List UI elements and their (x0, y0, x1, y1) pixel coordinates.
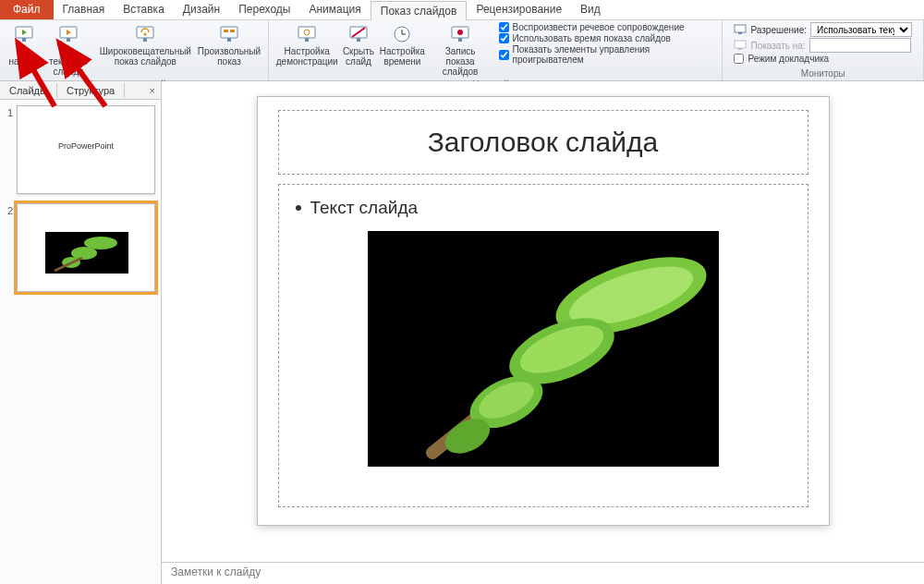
setup-checkboxes: Воспроизвести речевое сопровождение Испо… (493, 22, 717, 65)
chk-timings[interactable]: Использовать время показа слайдов (499, 33, 711, 43)
btn-record[interactable]: Запись показа слайдов (428, 22, 493, 79)
chk-narration-label: Воспроизвести речевое сопровождение (513, 22, 685, 32)
tab-design[interactable]: Дизайн (174, 0, 229, 19)
slide-thumbnail-2[interactable] (17, 203, 155, 292)
show-on-select (809, 38, 911, 53)
show-on-label: Показать на: (750, 41, 805, 51)
btn-broadcast[interactable]: Широковещательный показ слайдов (94, 22, 196, 68)
tab-file[interactable]: Файл (0, 0, 54, 19)
show-on-row: Показать на: (734, 38, 912, 53)
body-text: Текст слайда (310, 198, 419, 218)
slide-thumbnail-1[interactable]: ProPowerPoint (17, 105, 155, 194)
resolution-row: Разрешение: Использовать текущ… (734, 22, 912, 37)
btn-from-beginning[interactable]: С начала (6, 22, 43, 68)
btn-record-label: Запись показа слайдов (432, 46, 490, 77)
notes-pane[interactable]: Заметки к слайду (162, 562, 924, 584)
resolution-select[interactable]: Использовать текущ… (810, 22, 912, 37)
canvas-scroll[interactable]: Заголовок слайда Текст слайда (162, 81, 924, 562)
btn-rehearse[interactable]: Настройка времени (377, 22, 427, 68)
btn-rehearse-label: Настройка времени (380, 46, 425, 67)
chk-presenter[interactable]: Режим докладчика (734, 54, 912, 64)
btn-custom-show[interactable]: Произвольный показ (196, 22, 261, 68)
ribbon-group-setup: Настройка демонстрации Скрыть слайд Наст… (269, 20, 723, 80)
tab-transitions[interactable]: Переходы (229, 0, 299, 19)
svg-rect-9 (221, 27, 237, 38)
svg-rect-10 (224, 30, 228, 32)
btn-from-current[interactable]: С текущего слайда (43, 22, 94, 79)
slide-image[interactable] (368, 231, 719, 467)
slide-panel-tabs: Слайды Структура × (0, 81, 161, 100)
ribbon: С начала С текущего слайда Широковещател… (0, 20, 924, 81)
chk-timings-box[interactable] (499, 33, 509, 43)
group-monitors-title: Мониторы (728, 67, 918, 80)
svg-rect-5 (67, 38, 70, 42)
menu-tabs: Файл Главная Вставка Дизайн Переходы Ани… (0, 0, 924, 20)
thumb1-title: ProPowerPoint (18, 141, 154, 151)
tab-view[interactable]: Вид (571, 0, 610, 19)
projector-play-icon (13, 24, 35, 44)
svg-point-23 (457, 30, 463, 35)
slide-panel: Слайды Структура × 1 ProPowerPoint 2 (0, 81, 162, 584)
svg-rect-8 (143, 38, 147, 42)
editor-area: Заголовок слайда Текст слайда (162, 81, 924, 584)
thumb-number: 2 (4, 203, 13, 292)
svg-rect-2 (22, 38, 26, 42)
btn-hide-slide-label: Скрыть слайд (343, 46, 374, 67)
monitor-small-icon (734, 40, 747, 51)
svg-rect-26 (738, 32, 742, 34)
btn-from-current-label: С текущего слайда (46, 46, 91, 77)
thumbnail-list[interactable]: 1 ProPowerPoint 2 (0, 100, 161, 584)
btn-setup-show[interactable]: Настройка демонстрации (274, 22, 340, 68)
chk-presenter-label: Режим докладчика (748, 54, 829, 64)
chk-narration[interactable]: Воспроизвести речевое сопровождение (499, 22, 711, 32)
custom-show-icon (218, 24, 240, 44)
thumb-row-2: 2 (4, 203, 157, 292)
btn-setup-show-label: Настройка демонстрации (276, 46, 338, 67)
tab-insert[interactable]: Вставка (114, 0, 174, 19)
btn-custom-show-label: Произвольный показ (198, 46, 261, 67)
slide-title-text: Заголовок слайда (428, 127, 659, 158)
body-bullet-line: Текст слайда (296, 198, 791, 218)
thumb-row-1: 1 ProPowerPoint (4, 105, 157, 194)
btn-from-beginning-label: С начала (8, 46, 39, 67)
svg-rect-25 (735, 25, 746, 32)
side-tab-slides[interactable]: Слайды (0, 83, 57, 98)
svg-rect-13 (298, 27, 315, 38)
svg-point-7 (144, 33, 147, 36)
chk-presenter-box[interactable] (734, 54, 744, 64)
resolution-label: Разрешение: (750, 25, 807, 35)
svg-rect-28 (738, 48, 742, 50)
slide-canvas[interactable]: Заголовок слайда Текст слайда (257, 96, 830, 526)
svg-rect-12 (227, 38, 231, 42)
tab-home[interactable]: Главная (54, 0, 115, 19)
ribbon-group-start: С начала С текущего слайда Широковещател… (0, 20, 269, 80)
side-tab-outline[interactable]: Структура (57, 83, 125, 98)
btn-hide-slide[interactable]: Скрыть слайд (340, 22, 377, 68)
svg-rect-15 (305, 38, 309, 42)
projector-current-icon (57, 24, 79, 44)
title-placeholder[interactable]: Заголовок слайда (278, 110, 808, 175)
bullet-icon (296, 205, 301, 211)
chk-controls-label: Показать элементы управления проигрывате… (513, 44, 711, 65)
record-icon (449, 24, 471, 44)
btn-broadcast-label: Широковещательный показ слайдов (100, 46, 191, 67)
side-close-button[interactable]: × (144, 85, 161, 96)
thumb2-image (45, 232, 128, 274)
tab-review[interactable]: Рецензирование (467, 0, 571, 19)
chk-controls[interactable]: Показать элементы управления проигрывате… (499, 44, 711, 65)
tab-animations[interactable]: Анимация (299, 0, 370, 19)
chk-controls-box[interactable] (499, 50, 509, 60)
thumb-number: 1 (4, 105, 13, 194)
svg-rect-27 (735, 41, 746, 48)
setup-icon (296, 24, 318, 44)
tab-slideshow[interactable]: Показ слайдов (371, 1, 468, 20)
svg-rect-11 (230, 30, 235, 32)
body-placeholder[interactable]: Текст слайда (278, 184, 808, 507)
chk-narration-box[interactable] (499, 22, 509, 32)
chk-timings-label: Использовать время показа слайдов (513, 33, 671, 43)
broadcast-icon (134, 24, 156, 44)
hide-slide-icon (347, 24, 370, 44)
workspace: Слайды Структура × 1 ProPowerPoint 2 (0, 81, 924, 584)
monitor-icon (734, 24, 747, 35)
notes-placeholder: Заметки к слайду (171, 566, 261, 578)
